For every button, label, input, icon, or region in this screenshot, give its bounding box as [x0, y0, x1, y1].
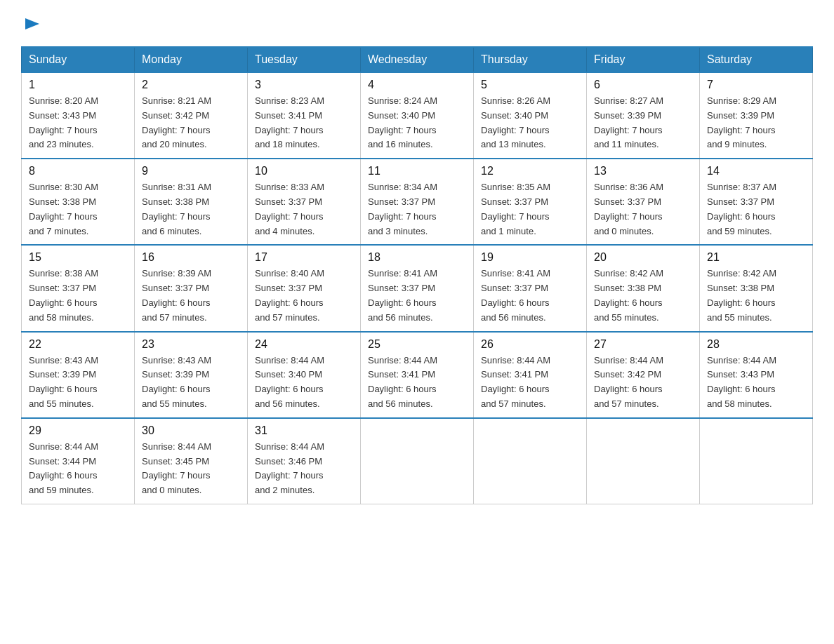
day-of-week-sunday: Sunday — [22, 47, 135, 72]
calendar-day-23: 23 Sunrise: 8:43 AMSunset: 3:39 PMDaylig… — [135, 332, 248, 418]
day-detail: Sunrise: 8:34 AMSunset: 3:37 PMDaylight:… — [368, 180, 466, 239]
day-number: 25 — [368, 338, 466, 351]
logo-arrow-icon — [22, 14, 42, 34]
day-of-week-wednesday: Wednesday — [361, 47, 474, 72]
day-number: 20 — [594, 251, 692, 264]
calendar-day-19: 19 Sunrise: 8:41 AMSunset: 3:37 PMDaylig… — [474, 245, 587, 331]
day-number: 14 — [707, 165, 805, 177]
empty-cell — [700, 418, 813, 504]
day-detail: Sunrise: 8:30 AMSunset: 3:38 PMDaylight:… — [29, 180, 127, 239]
calendar-day-22: 22 Sunrise: 8:43 AMSunset: 3:39 PMDaylig… — [22, 332, 135, 418]
calendar-week-2: 8 Sunrise: 8:30 AMSunset: 3:38 PMDayligh… — [22, 159, 813, 245]
day-detail: Sunrise: 8:35 AMSunset: 3:37 PMDaylight:… — [481, 180, 579, 239]
day-number: 5 — [481, 79, 579, 91]
calendar-day-13: 13 Sunrise: 8:36 AMSunset: 3:37 PMDaylig… — [587, 159, 700, 245]
day-detail: Sunrise: 8:44 AMSunset: 3:43 PMDaylight:… — [707, 354, 805, 412]
day-detail: Sunrise: 8:44 AMSunset: 3:44 PMDaylight:… — [29, 440, 127, 498]
day-number: 7 — [707, 79, 805, 91]
calendar-day-20: 20 Sunrise: 8:42 AMSunset: 3:38 PMDaylig… — [587, 245, 700, 331]
calendar-week-1: 1 Sunrise: 8:20 AMSunset: 3:43 PMDayligh… — [22, 72, 813, 159]
calendar-day-11: 11 Sunrise: 8:34 AMSunset: 3:37 PMDaylig… — [361, 159, 474, 245]
day-detail: Sunrise: 8:23 AMSunset: 3:41 PMDaylight:… — [255, 94, 353, 152]
day-number: 31 — [255, 424, 353, 437]
day-number: 12 — [481, 165, 579, 177]
day-number: 30 — [142, 424, 240, 437]
day-detail: Sunrise: 8:29 AMSunset: 3:39 PMDaylight:… — [707, 94, 805, 152]
calendar-day-15: 15 Sunrise: 8:38 AMSunset: 3:37 PMDaylig… — [22, 245, 135, 331]
calendar-day-12: 12 Sunrise: 8:35 AMSunset: 3:37 PMDaylig… — [474, 159, 587, 245]
day-detail: Sunrise: 8:42 AMSunset: 3:38 PMDaylight:… — [707, 267, 805, 325]
calendar-week-4: 22 Sunrise: 8:43 AMSunset: 3:39 PMDaylig… — [22, 332, 813, 418]
page-header — [21, 14, 813, 35]
day-detail: Sunrise: 8:37 AMSunset: 3:37 PMDaylight:… — [707, 180, 805, 239]
calendar-day-21: 21 Sunrise: 8:42 AMSunset: 3:38 PMDaylig… — [700, 245, 813, 331]
day-of-week-monday: Monday — [135, 47, 248, 72]
calendar-week-5: 29 Sunrise: 8:44 AMSunset: 3:44 PMDaylig… — [22, 418, 813, 504]
day-number: 23 — [142, 338, 240, 351]
day-detail: Sunrise: 8:43 AMSunset: 3:39 PMDaylight:… — [29, 354, 127, 412]
calendar-day-27: 27 Sunrise: 8:44 AMSunset: 3:42 PMDaylig… — [587, 332, 700, 418]
day-detail: Sunrise: 8:21 AMSunset: 3:42 PMDaylight:… — [142, 94, 240, 152]
calendar-week-3: 15 Sunrise: 8:38 AMSunset: 3:37 PMDaylig… — [22, 245, 813, 331]
calendar-day-3: 3 Sunrise: 8:23 AMSunset: 3:41 PMDayligh… — [248, 72, 361, 159]
day-number: 13 — [594, 165, 692, 177]
day-number: 1 — [29, 79, 127, 91]
logo — [21, 14, 42, 35]
day-detail: Sunrise: 8:44 AMSunset: 3:45 PMDaylight:… — [142, 440, 240, 498]
day-detail: Sunrise: 8:33 AMSunset: 3:37 PMDaylight:… — [255, 180, 353, 239]
day-number: 27 — [594, 338, 692, 351]
day-detail: Sunrise: 8:40 AMSunset: 3:37 PMDaylight:… — [255, 267, 353, 325]
calendar-day-30: 30 Sunrise: 8:44 AMSunset: 3:45 PMDaylig… — [135, 418, 248, 504]
day-number: 15 — [29, 251, 127, 264]
day-detail: Sunrise: 8:41 AMSunset: 3:37 PMDaylight:… — [481, 267, 579, 325]
day-of-week-saturday: Saturday — [700, 47, 813, 72]
day-number: 6 — [594, 79, 692, 91]
empty-cell — [361, 418, 474, 504]
calendar-day-16: 16 Sunrise: 8:39 AMSunset: 3:37 PMDaylig… — [135, 245, 248, 331]
calendar-day-4: 4 Sunrise: 8:24 AMSunset: 3:40 PMDayligh… — [361, 72, 474, 159]
day-detail: Sunrise: 8:26 AMSunset: 3:40 PMDaylight:… — [481, 94, 579, 152]
day-detail: Sunrise: 8:27 AMSunset: 3:39 PMDaylight:… — [594, 94, 692, 152]
calendar-day-7: 7 Sunrise: 8:29 AMSunset: 3:39 PMDayligh… — [700, 72, 813, 159]
calendar-day-18: 18 Sunrise: 8:41 AMSunset: 3:37 PMDaylig… — [361, 245, 474, 331]
day-detail: Sunrise: 8:41 AMSunset: 3:37 PMDaylight:… — [368, 267, 466, 325]
calendar-day-5: 5 Sunrise: 8:26 AMSunset: 3:40 PMDayligh… — [474, 72, 587, 159]
svg-marker-0 — [25, 18, 39, 29]
day-detail: Sunrise: 8:43 AMSunset: 3:39 PMDaylight:… — [142, 354, 240, 412]
day-number: 28 — [707, 338, 805, 351]
day-number: 10 — [255, 165, 353, 177]
day-detail: Sunrise: 8:36 AMSunset: 3:37 PMDaylight:… — [594, 180, 692, 239]
day-number: 2 — [142, 79, 240, 91]
calendar-day-6: 6 Sunrise: 8:27 AMSunset: 3:39 PMDayligh… — [587, 72, 700, 159]
day-number: 3 — [255, 79, 353, 91]
empty-cell — [474, 418, 587, 504]
calendar-day-24: 24 Sunrise: 8:44 AMSunset: 3:40 PMDaylig… — [248, 332, 361, 418]
day-detail: Sunrise: 8:20 AMSunset: 3:43 PMDaylight:… — [29, 94, 127, 152]
day-number: 29 — [29, 424, 127, 437]
day-number: 9 — [142, 165, 240, 177]
calendar-day-14: 14 Sunrise: 8:37 AMSunset: 3:37 PMDaylig… — [700, 159, 813, 245]
calendar-day-2: 2 Sunrise: 8:21 AMSunset: 3:42 PMDayligh… — [135, 72, 248, 159]
calendar-day-28: 28 Sunrise: 8:44 AMSunset: 3:43 PMDaylig… — [700, 332, 813, 418]
day-number: 16 — [142, 251, 240, 264]
day-detail: Sunrise: 8:44 AMSunset: 3:46 PMDaylight:… — [255, 440, 353, 498]
calendar-day-26: 26 Sunrise: 8:44 AMSunset: 3:41 PMDaylig… — [474, 332, 587, 418]
calendar-day-8: 8 Sunrise: 8:30 AMSunset: 3:38 PMDayligh… — [22, 159, 135, 245]
day-detail: Sunrise: 8:44 AMSunset: 3:42 PMDaylight:… — [594, 354, 692, 412]
day-detail: Sunrise: 8:24 AMSunset: 3:40 PMDaylight:… — [368, 94, 466, 152]
day-number: 18 — [368, 251, 466, 264]
day-number: 21 — [707, 251, 805, 264]
day-of-week-thursday: Thursday — [474, 47, 587, 72]
day-number: 17 — [255, 251, 353, 264]
empty-cell — [587, 418, 700, 504]
day-detail: Sunrise: 8:44 AMSunset: 3:41 PMDaylight:… — [481, 354, 579, 412]
calendar-day-31: 31 Sunrise: 8:44 AMSunset: 3:46 PMDaylig… — [248, 418, 361, 504]
day-number: 11 — [368, 165, 466, 177]
calendar-table: SundayMondayTuesdayWednesdayThursdayFrid… — [21, 46, 813, 504]
calendar-day-25: 25 Sunrise: 8:44 AMSunset: 3:41 PMDaylig… — [361, 332, 474, 418]
day-detail: Sunrise: 8:38 AMSunset: 3:37 PMDaylight:… — [29, 267, 127, 325]
day-detail: Sunrise: 8:42 AMSunset: 3:38 PMDaylight:… — [594, 267, 692, 325]
day-detail: Sunrise: 8:44 AMSunset: 3:41 PMDaylight:… — [368, 354, 466, 412]
day-of-week-friday: Friday — [587, 47, 700, 72]
calendar-day-1: 1 Sunrise: 8:20 AMSunset: 3:43 PMDayligh… — [22, 72, 135, 159]
